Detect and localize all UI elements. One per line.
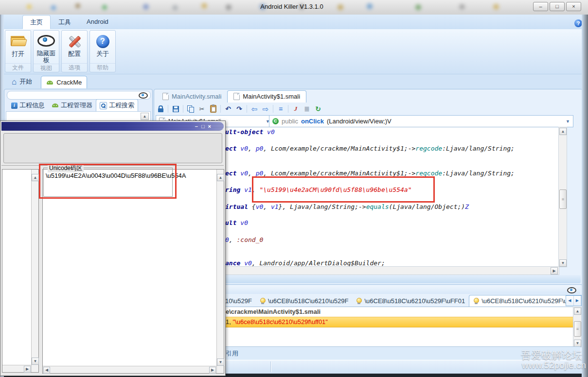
project-tab-工程信息[interactable]: 工程信息 bbox=[8, 100, 48, 111]
dialog-text-area[interactable]: ▲ ▼ ◀ ▶ bbox=[42, 169, 224, 374]
tab-scroll-left-icon[interactable]: ◀ bbox=[566, 296, 574, 306]
doc-tab-开始[interactable]: ⌂开始 bbox=[7, 75, 37, 88]
dialog-maximize-button[interactable]: □ bbox=[201, 122, 205, 130]
code-segment: v0 bbox=[240, 219, 248, 226]
ribbon-button-配置[interactable]: 配置 bbox=[63, 51, 86, 63]
paste-icon[interactable] bbox=[209, 105, 217, 113]
result-tab[interactable]: \u6CE8\u518C\u6210\u529F bbox=[256, 295, 353, 307]
ribbon-button-隐藏面板[interactable]: 隐藏面板 bbox=[35, 50, 57, 64]
text-area-hscrollbar[interactable]: ◀ ▶ bbox=[43, 366, 216, 373]
eye-icon[interactable] bbox=[567, 287, 576, 293]
project-tab-工程管理器[interactable]: 工程管理器 bbox=[48, 100, 96, 111]
dialog-minimize-button[interactable]: – bbox=[195, 122, 198, 130]
code-segment bbox=[263, 128, 267, 136]
project-tab-工程搜索[interactable]: 工程搜索 bbox=[96, 99, 138, 111]
editor-tab[interactable]: MainActivity$1.smali bbox=[227, 90, 306, 103]
ribbon-button-打开[interactable]: 打开 bbox=[7, 51, 29, 63]
scroll-left-icon[interactable]: ◀ bbox=[43, 367, 50, 374]
text-area-vscrollbar[interactable]: ▲ ▼ bbox=[216, 170, 224, 373]
results-vscrollbar[interactable]: ▲ ≡ ▼ bbox=[573, 307, 582, 347]
left-list-vscrollbar[interactable]: ▲ ▼ bbox=[31, 170, 38, 372]
eye-icon[interactable] bbox=[139, 92, 148, 99]
scroll-up-icon[interactable]: ▲ bbox=[141, 113, 149, 120]
save-icon[interactable] bbox=[172, 105, 179, 113]
project-tab-label: 工程搜索 bbox=[109, 101, 134, 110]
paste-glyph bbox=[210, 105, 216, 113]
dialog-close-button[interactable]: × bbox=[208, 122, 211, 130]
tab-scroll-buttons: ◀ ▶ bbox=[566, 295, 582, 306]
results-tabs: 10\u529F\u6CE8\u518C\u6210\u529F\u6CE8\u… bbox=[221, 295, 587, 307]
close-button[interactable]: × bbox=[566, 2, 581, 11]
scroll-down-icon[interactable]: ▼ bbox=[559, 259, 567, 267]
goto-line-icon[interactable]: ≡ bbox=[277, 105, 285, 113]
scroll-down-icon[interactable]: ▼ bbox=[574, 340, 581, 347]
maximize-button[interactable]: □ bbox=[550, 2, 565, 11]
watermark-url: www.52pojie.cn bbox=[522, 360, 586, 371]
results-list[interactable]: e\crackme\MainActivity$1.smali1, "\u6ce8… bbox=[223, 307, 582, 347]
method-name: onClick bbox=[301, 118, 324, 125]
scroll-up-icon[interactable]: ▲ bbox=[32, 174, 39, 181]
dialog-left-list[interactable]: ▲ ▼ ▶ bbox=[2, 169, 39, 373]
scroll-up-icon[interactable]: ▲ bbox=[217, 174, 224, 181]
ribbon-tab-工具[interactable]: 工具 bbox=[51, 15, 79, 29]
back-icon[interactable]: ⇦ bbox=[250, 105, 258, 113]
align-icon[interactable]: ≣ bbox=[303, 105, 311, 113]
toolbar-separator bbox=[183, 105, 183, 113]
java-icon[interactable]: J bbox=[292, 105, 300, 113]
code-segment: , bbox=[248, 170, 256, 177]
scrollbar-thumb[interactable]: ≡ bbox=[559, 189, 567, 209]
scroll-up-icon[interactable]: ▲ bbox=[574, 308, 581, 315]
code-line: ect v0, p0, Lcom/example/crackme/MainAct… bbox=[225, 145, 515, 152]
ribbon-tabs: 主页工具Android bbox=[22, 15, 116, 29]
copy-icon[interactable] bbox=[187, 105, 195, 113]
code-segment: }, bbox=[279, 203, 290, 210]
scroll-right-icon[interactable]: ▶ bbox=[551, 267, 558, 274]
ribbon-tab-主页[interactable]: 主页 bbox=[22, 15, 51, 29]
doc-tab-CrackMe[interactable]: CrackMe bbox=[41, 76, 87, 88]
minimize-button[interactable]: – bbox=[533, 2, 548, 11]
cut-icon[interactable]: ✂ bbox=[198, 105, 206, 113]
code-segment: , bbox=[252, 259, 260, 267]
result-tab[interactable]: \u6CE8\u518C\u6210\u529F\uFF01 bbox=[352, 295, 469, 307]
code-annotation-box bbox=[252, 176, 435, 203]
code-segment: 0 bbox=[225, 236, 229, 243]
bulb-icon bbox=[356, 298, 362, 304]
scroll-right-icon[interactable]: ▶ bbox=[209, 367, 216, 374]
result-match-row[interactable]: 1, "\u6ce8\u518c\u6210\u529f\uff01" bbox=[223, 317, 581, 327]
result-file-row[interactable]: e\crackme\MainActivity$1.smali bbox=[226, 308, 321, 315]
ribbon-group-label: 帮助 bbox=[90, 63, 115, 72]
tab-scroll-right-icon[interactable]: ▶ bbox=[574, 296, 582, 306]
dialog-titlebar[interactable]: –□× bbox=[1, 122, 224, 131]
editor-tab[interactable]: MainActivity.smali bbox=[157, 91, 227, 103]
code-segment: v1 bbox=[271, 203, 279, 210]
result-tab[interactable]: 10\u529F bbox=[221, 295, 256, 307]
question-icon bbox=[96, 35, 109, 48]
dialog-top-panel bbox=[3, 133, 222, 163]
refresh-icon[interactable]: ↻ bbox=[314, 105, 322, 113]
toolbar-separator bbox=[273, 105, 273, 113]
ribbon-button-关于[interactable]: 关于 bbox=[91, 51, 114, 63]
forward-icon[interactable]: ⇨ bbox=[262, 105, 269, 113]
copy-glyph bbox=[187, 105, 194, 112]
editor-vscrollbar[interactable]: ▲ ≡ ▼ bbox=[558, 127, 567, 267]
lock-icon[interactable] bbox=[157, 105, 164, 113]
scroll-right-icon[interactable]: ▶ bbox=[24, 366, 31, 373]
method-dropdown[interactable]: public onClick(Landroid/view/View;)V ▼ bbox=[269, 115, 573, 127]
info-icon bbox=[11, 103, 18, 109]
undo-icon[interactable]: ↶ bbox=[224, 105, 232, 113]
scrollbar-thumb[interactable]: ≡ bbox=[574, 321, 581, 337]
scroll-down-icon[interactable]: ▼ bbox=[217, 359, 224, 366]
method-modifier: public bbox=[282, 118, 298, 125]
scroll-up-icon[interactable]: ▲ bbox=[559, 128, 567, 135]
code-segment: :cond_0 bbox=[236, 236, 263, 243]
scroll-down-icon[interactable]: ▼ bbox=[32, 358, 39, 365]
redo-icon[interactable]: ↷ bbox=[235, 105, 243, 113]
code-segment: regcode bbox=[415, 170, 442, 177]
help-icon[interactable]: ? bbox=[574, 19, 582, 27]
code-segment: Lcom/example/crackme/MainActivity$1;-> bbox=[271, 145, 415, 152]
ribbon-tab-Android[interactable]: Android bbox=[79, 15, 116, 29]
left-list-hscrollbar[interactable]: ▶ bbox=[2, 365, 31, 372]
project-panel-header[interactable] bbox=[7, 91, 151, 100]
chevron-down-icon[interactable]: ▼ bbox=[566, 119, 570, 124]
result-tab-label: \u6CE8\u518C\u6210\u529F bbox=[268, 297, 349, 305]
